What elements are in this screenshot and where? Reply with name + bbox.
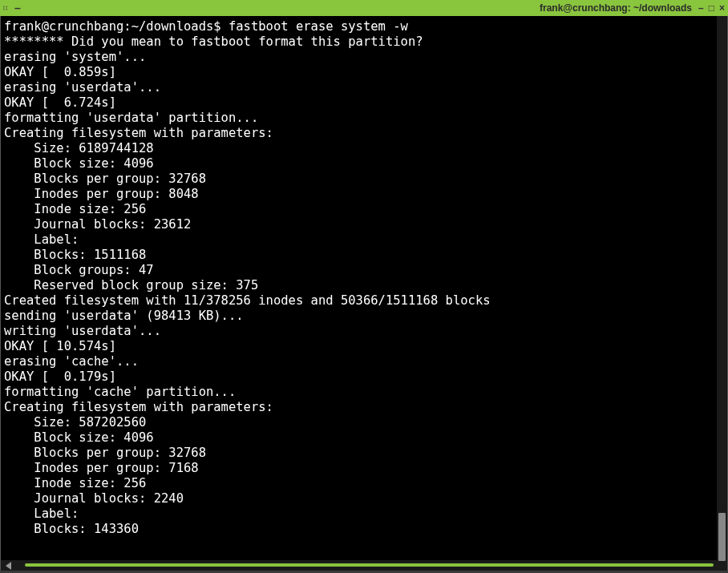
- close-button[interactable]: ×: [719, 3, 725, 13]
- maximize-button[interactable]: □: [709, 3, 714, 13]
- vertical-scrollbar-thumb[interactable]: [718, 513, 726, 561]
- vertical-scrollbar[interactable]: [717, 16, 727, 571]
- window-title: frank@crunchbang: ~/downloads: [540, 2, 692, 14]
- horizontal-scrollbar[interactable]: [1, 560, 717, 571]
- titlebar[interactable]: ∷ – frank@crunchbang: ~/downloads – □ ×: [0, 0, 728, 16]
- app-menu-icon[interactable]: ∷: [3, 5, 6, 12]
- titlebar-left-controls: ∷ –: [3, 2, 21, 14]
- scroll-left-arrow-icon[interactable]: [6, 562, 11, 570]
- horizontal-scrollbar-thumb[interactable]: [25, 563, 714, 567]
- window-menu-icon[interactable]: –: [14, 2, 21, 14]
- terminal-output[interactable]: frank@crunchbang:~/downloads$ fastboot e…: [1, 16, 717, 571]
- terminal-body[interactable]: frank@crunchbang:~/downloads$ fastboot e…: [0, 16, 728, 571]
- titlebar-right-controls: – □ ×: [698, 3, 725, 13]
- terminal-window: ∷ – frank@crunchbang: ~/downloads – □ × …: [0, 0, 728, 573]
- minimize-button[interactable]: –: [698, 3, 704, 13]
